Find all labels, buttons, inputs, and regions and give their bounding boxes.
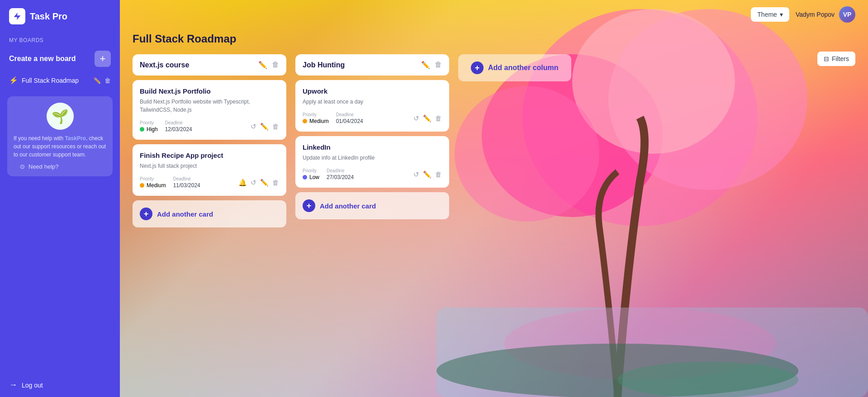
priority-group-1: Priority High [140,120,158,132]
priority-badge-2: Medium [140,182,166,189]
card-actions-4: ↺ ✏️ 🗑 [413,170,442,179]
delete-card-icon-2[interactable]: 🗑 [272,179,279,186]
priority-value-3: Medium [309,118,329,124]
top-bar: Theme ▾ Vadym Popov VP [120,0,868,24]
card-footer-3: Priority Medium Deadline 01/04/2024 [303,112,442,124]
deadline-group-2: Deadline 11/03/2024 [173,176,200,189]
card-meta-3: Priority Medium Deadline 01/04/2024 [303,112,363,124]
edit-card-icon-3[interactable]: ✏️ [423,114,432,123]
card-actions-3: ↺ ✏️ 🗑 [413,114,442,123]
board-list-item[interactable]: ⚡ Full Stack Roadmap ✏️ 🗑 [0,71,120,89]
card-desc-3: Apply at least once a day [303,98,442,106]
priority-group-3: Priority Medium [303,112,329,124]
history-icon-3[interactable]: ↺ [413,114,419,123]
delete-card-icon-1[interactable]: 🗑 [272,123,279,130]
add-column-label: Add another column [488,64,559,72]
history-icon-1[interactable]: ↺ [251,123,256,131]
need-help-button[interactable]: ⊙ Need help? [14,159,106,170]
delete-column-icon[interactable]: 🗑 [272,61,279,69]
add-card-plus-icon-col1: + [140,208,152,220]
card-recipe-app: Finish Recipe App project Next.js full s… [133,144,286,196]
main-content: Theme ▾ Vadym Popov VP Full Stack Roadma… [120,0,868,397]
column-title-nextjs: Next.js course [140,61,189,69]
deadline-label-4: Deadline [327,168,354,173]
card-meta-1: Priority High Deadline 12/03/2024 [140,120,192,132]
add-column-button[interactable]: + Add another column [458,54,571,81]
bell-icon-2[interactable]: 🔔 [238,179,247,187]
card-title-4: LinkedIn [303,143,442,151]
column-actions-nextjs: ✏️ 🗑 [258,61,279,69]
add-card-label-col1: Add another card [157,210,213,218]
card-footer-2: Priority Medium Deadline 11/03/2024 [140,176,279,189]
edit-card-icon-1[interactable]: ✏️ [260,123,269,131]
edit-column-icon[interactable]: ✏️ [258,61,267,69]
add-card-button-col1[interactable]: + Add another card [133,200,286,227]
priority-dot-4 [303,175,307,180]
columns-area: Next.js course ✏️ 🗑 Build Next.js Portfo… [120,50,868,397]
card-footer-4: Priority Low Deadline 27/03/2024 ↺ [303,168,442,180]
card-build-portfolio: Build Next.js Portfolio Build Next.js Po… [133,80,286,140]
logout-label: Log out [22,382,43,389]
deadline-group-1: Deadline 12/03/2024 [165,120,192,132]
create-board-text: Create a new board [9,54,76,64]
delete-card-icon-3[interactable]: 🗑 [435,114,442,122]
board-title: Full Stack Roadmap [133,33,236,45]
create-board-section: Create a new board + [0,46,120,71]
priority-label-2: Priority [140,176,166,181]
board-item-label: Full Stack Roadmap [22,77,90,84]
column-actions-job: ✏️ 🗑 [421,61,442,69]
help-card-image: 🌱 [47,103,74,130]
delete-column-icon-job[interactable]: 🗑 [435,61,442,69]
logout-button[interactable]: → Log out [0,373,120,397]
deadline-value-3: 01/04/2024 [336,118,363,124]
delete-card-icon-4[interactable]: 🗑 [435,170,442,178]
priority-dot-2 [140,183,144,188]
theme-button[interactable]: Theme ▾ [751,7,789,22]
history-icon-2[interactable]: ↺ [251,179,256,187]
need-help-label: Need help? [28,163,59,170]
deadline-value-1: 12/03/2024 [165,126,192,132]
username-text: Vadym Popov [796,11,835,18]
add-card-label-col2: Add another card [320,202,376,210]
history-icon-4[interactable]: ↺ [413,170,419,179]
deadline-group-4: Deadline 27/03/2024 [327,168,354,180]
lightning-icon: ⚡ [9,76,18,85]
priority-value-1: High [147,126,158,132]
column-job-hunting: Job Hunting ✏️ 🗑 Upwork Apply at least o… [295,54,449,219]
theme-label: Theme [757,11,777,18]
priority-group-2: Priority Medium [140,176,166,189]
delete-icon[interactable]: 🗑 [104,77,111,84]
priority-dot-3 [303,119,307,123]
chevron-down-icon: ▾ [780,11,783,18]
edit-column-icon-job[interactable]: ✏️ [421,61,430,69]
card-upwork: Upwork Apply at least once a day Priorit… [295,80,449,132]
help-circle-icon: ⊙ [20,163,25,170]
deadline-group-3: Deadline 01/04/2024 [336,112,363,124]
priority-value-2: Medium [147,182,166,189]
deadline-label-2: Deadline [173,176,200,181]
column-title-job: Job Hunting [303,61,345,69]
edit-icon[interactable]: ✏️ [93,77,101,84]
user-avatar: VP [839,6,855,23]
column-header-job: Job Hunting ✏️ 🗑 [295,54,449,76]
deadline-label-1: Deadline [165,120,192,125]
add-column-plus-icon: + [471,61,484,74]
priority-badge-4: Low [303,174,319,180]
edit-card-icon-4[interactable]: ✏️ [423,170,432,179]
card-meta-2: Priority Medium Deadline 11/03/2024 [140,176,200,189]
add-card-button-col2[interactable]: + Add another card [295,192,449,219]
card-actions-2: 🔔 ↺ ✏️ 🗑 [238,179,279,187]
add-card-plus-icon-col2: + [303,199,315,212]
create-board-button[interactable]: + [95,51,111,67]
help-brand-text: TaskPro [65,135,85,142]
column-header-nextjs: Next.js course ✏️ 🗑 [133,54,286,76]
deadline-value-2: 11/03/2024 [173,182,200,189]
card-meta-4: Priority Low Deadline 27/03/2024 [303,168,354,180]
main-header: Full Stack Roadmap ⊟ Filters [120,24,868,50]
column-nextjs: Next.js course ✏️ 🗑 Build Next.js Portfo… [133,54,286,227]
edit-card-icon-2[interactable]: ✏️ [260,179,269,187]
user-section: Vadym Popov VP [796,6,855,23]
card-desc-1: Build Next.js Portfolio website with Typ… [140,98,279,114]
priority-dot-1 [140,127,144,132]
sidebar: Task Pro My boards Create a new board + … [0,0,120,397]
